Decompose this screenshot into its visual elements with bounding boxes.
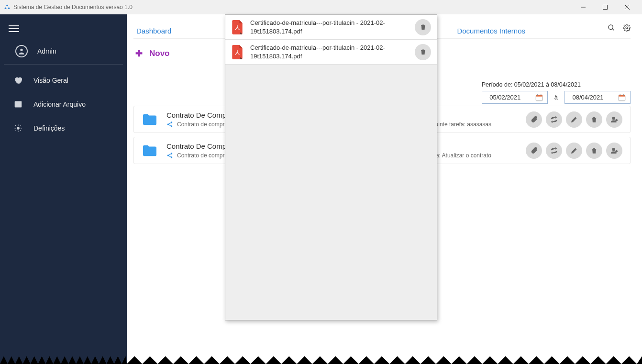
svg-point-38 (612, 148, 615, 150)
period-filter: Período de: 05/02/2021 à 08/04/2021 05/0… (482, 81, 631, 104)
svg-point-0 (6, 5, 8, 7)
svg-point-27 (167, 123, 169, 125)
svg-rect-4 (603, 5, 608, 10)
search-button[interactable] (608, 24, 615, 32)
svg-point-35 (171, 156, 173, 158)
svg-point-1 (5, 8, 7, 9)
pdf-icon: 人 (231, 45, 244, 59)
sidebar-item-settings[interactable]: Definições (0, 116, 127, 140)
attachment-row[interactable]: 人 Certificado-de-matricula---por-titulac… (225, 15, 437, 40)
sidebar-user-name: Admin (37, 47, 56, 55)
svg-point-32 (616, 119, 618, 121)
app-icon (4, 4, 11, 11)
heart-pulse-icon (13, 76, 23, 85)
date-from-input[interactable]: 05/02/2021 (482, 91, 548, 104)
hamburger-menu-button[interactable] (0, 19, 127, 38)
attachment-row[interactable]: 人 Certificado-de-matricula---por-titulac… (225, 40, 437, 65)
window-maximize-button[interactable] (594, 0, 616, 14)
sidebar-item-label: Definições (33, 124, 65, 132)
date-to-input[interactable]: 08/04/2021 (565, 91, 631, 104)
edit-button[interactable] (566, 111, 582, 128)
sidebar-item-label: Adicionar Arquivo (33, 100, 86, 108)
sidebar-user[interactable]: Admin (4, 38, 123, 65)
svg-point-15 (609, 25, 613, 29)
sidebar-item-overview[interactable]: Visão Geral (0, 68, 127, 92)
assign-user-button[interactable] (606, 143, 622, 159)
svg-point-17 (626, 27, 628, 29)
edit-button[interactable] (566, 143, 582, 159)
svg-rect-19 (536, 95, 542, 96)
attach-button[interactable] (526, 143, 542, 159)
svg-point-31 (612, 117, 615, 119)
svg-point-34 (167, 154, 169, 156)
window-title: Sistema de Gestão de Documentos versão 1… (13, 4, 133, 11)
svg-line-29 (169, 123, 171, 124)
svg-rect-23 (619, 95, 625, 96)
svg-point-2 (8, 8, 10, 9)
gear-icon (13, 124, 23, 132)
sidebar: Admin Visão Geral Adicionar Arquivo Defi… (0, 14, 127, 364)
svg-point-26 (171, 121, 173, 123)
svg-point-33 (171, 153, 173, 154)
date-to-value: 08/04/2021 (569, 94, 607, 101)
sync-button[interactable] (546, 111, 562, 128)
calendar-icon (618, 93, 626, 102)
tab-internal-documents[interactable]: Documentos Internos (457, 27, 525, 39)
svg-point-39 (616, 150, 618, 152)
calendar-icon (535, 93, 543, 102)
settings-button[interactable] (623, 24, 631, 32)
delete-button[interactable] (586, 111, 602, 128)
share-icon (166, 152, 173, 159)
sidebar-item-add-file[interactable]: Adicionar Arquivo (0, 92, 127, 116)
pdf-icon: 人 (231, 20, 244, 34)
attachments-popup: 人 Certificado-de-matricula---por-titulac… (225, 14, 437, 320)
window-minimize-button[interactable] (572, 0, 594, 14)
attach-button[interactable] (526, 111, 542, 128)
window-close-button[interactable] (616, 0, 638, 14)
svg-point-10 (20, 49, 22, 51)
tab-dashboard[interactable]: Dashboard (136, 27, 171, 39)
folder-icon (142, 144, 158, 157)
attachment-delete-button[interactable] (415, 19, 431, 35)
card-subtitle: Contrato de compra (177, 121, 228, 128)
folder-icon (142, 113, 158, 126)
sidebar-item-label: Visão Geral (33, 77, 68, 84)
svg-text:人: 人 (234, 25, 240, 30)
share-icon (166, 121, 173, 128)
sync-button[interactable] (546, 143, 562, 159)
delete-button[interactable] (586, 143, 602, 159)
svg-line-30 (169, 125, 171, 126)
attachment-filename: Certificado-de-matricula---por-titulacin… (250, 44, 408, 60)
period-separator: à (554, 94, 558, 101)
date-from-value: 05/02/2021 (486, 94, 524, 101)
svg-text:人: 人 (234, 50, 240, 55)
new-button-label: Novo (149, 49, 170, 58)
period-label: Período de: 05/02/2021 à 08/04/2021 (482, 81, 631, 88)
svg-point-14 (17, 127, 20, 130)
window-titlebar: Sistema de Gestão de Documentos versão 1… (0, 0, 642, 14)
plus-icon: ✚ (135, 48, 143, 59)
attachment-delete-button[interactable] (415, 44, 431, 60)
svg-line-36 (169, 154, 171, 155)
svg-line-37 (169, 156, 171, 157)
svg-point-28 (171, 125, 173, 127)
svg-line-16 (612, 29, 614, 30)
user-avatar-icon (15, 45, 28, 57)
card-subtitle: Contrato de compra (177, 152, 228, 159)
add-file-icon (13, 100, 23, 109)
attachment-filename: Certificado-de-matricula---por-titulacin… (250, 19, 408, 35)
assign-user-button[interactable] (606, 111, 622, 128)
